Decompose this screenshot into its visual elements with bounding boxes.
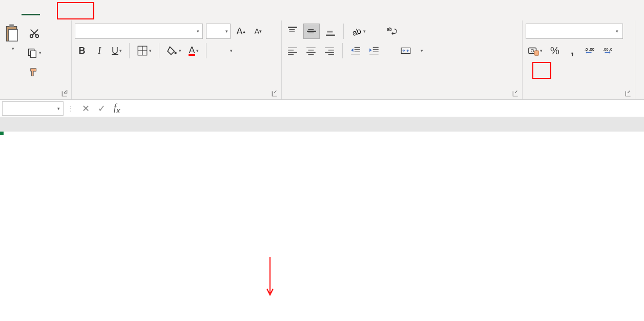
fill-color-button[interactable]: ▾ [164, 43, 183, 58]
svg-text:.0: .0 [609, 47, 612, 52]
decrease-decimal-button[interactable]: .00.0 [601, 43, 616, 58]
indent-icon [368, 45, 380, 56]
orientation-button[interactable]: ab▾ [349, 24, 368, 39]
chevron-down-icon[interactable]: ▾ [421, 48, 423, 53]
launcher-icon [512, 90, 519, 98]
alignment-launcher[interactable] [512, 90, 519, 97]
font-name-select[interactable]: ▾ [75, 24, 203, 39]
align-middle-button[interactable] [303, 24, 320, 39]
comma-button[interactable]: , [565, 43, 579, 58]
border-icon [137, 45, 148, 56]
border-button[interactable]: ▾ [135, 43, 154, 58]
copy-button[interactable]: ▾ [25, 45, 44, 60]
align-center-button[interactable] [303, 43, 319, 58]
accounting-format-button[interactable]: ▾ [526, 43, 545, 58]
align-right-button[interactable] [322, 43, 337, 58]
outdent-icon [350, 45, 361, 56]
wrap-text-button[interactable]: ab [384, 24, 400, 39]
group-clipboard: ▾ ▾ [0, 20, 72, 99]
inc-decimal-icon: .0.00 [585, 45, 596, 56]
number-launcher[interactable] [625, 90, 632, 97]
svg-text:ab: ab [351, 26, 362, 37]
merge-center-button[interactable] [398, 43, 413, 58]
svg-text:.00: .00 [603, 47, 609, 52]
annotation-arrow [265, 257, 275, 298]
fill-handle[interactable] [0, 132, 4, 135]
format-painter-button[interactable] [25, 65, 44, 80]
menu-insert[interactable] [41, 6, 59, 14]
ribbon: ▾ ▾ ▾ ▾ A▴ A▾ B I U▾ ▾ [0, 20, 644, 100]
separator-dots: ⋮ [66, 104, 76, 113]
bold-button[interactable]: B [75, 43, 89, 58]
wrap-icon: ab [386, 26, 398, 37]
menu-page-layout[interactable] [80, 6, 98, 14]
increase-decimal-button[interactable]: .0.00 [583, 43, 598, 58]
chevron-down-icon: ▾ [225, 29, 228, 34]
align-top-icon [287, 26, 298, 37]
launcher-icon [61, 90, 68, 98]
align-center-icon [305, 45, 317, 56]
menu-developer[interactable] [177, 6, 196, 14]
launcher-icon [271, 90, 278, 98]
cancel-formula-button[interactable]: ✕ [82, 103, 90, 114]
italic-button[interactable]: I [92, 43, 107, 58]
align-left-button[interactable] [285, 43, 300, 58]
svg-point-13 [174, 52, 176, 54]
launcher-icon [625, 90, 632, 98]
svg-line-55 [628, 91, 630, 93]
chevron-down-icon: ▾ [12, 46, 14, 51]
font-size-select[interactable]: ▾ [206, 24, 231, 39]
bucket-icon [167, 45, 178, 56]
cut-button[interactable] [25, 26, 44, 41]
svg-line-14 [274, 91, 277, 93]
menu-bar [0, 0, 644, 20]
align-top-button[interactable] [285, 24, 300, 39]
svg-point-49 [531, 49, 534, 52]
percent-button[interactable]: % [548, 43, 562, 58]
group-number: ▾ ▾ % , .0.00 .00.0 [523, 20, 635, 99]
phonetic-button[interactable] [212, 43, 226, 58]
merge-icon [400, 45, 411, 56]
clipboard-launcher[interactable] [61, 90, 68, 97]
menu-view[interactable] [158, 6, 176, 14]
menu-help[interactable] [197, 6, 215, 14]
svg-text:.00: .00 [589, 47, 594, 52]
align-bottom-button[interactable] [323, 24, 338, 39]
group-alignment: ab▾ ab ▾ [282, 20, 523, 99]
svg-rect-1 [9, 24, 14, 27]
increase-indent-button[interactable] [366, 43, 382, 58]
menu-draw[interactable] [60, 6, 79, 14]
number-format-select[interactable]: ▾ [526, 24, 623, 39]
copy-icon [27, 47, 38, 58]
clipboard-icon [3, 24, 22, 44]
align-bottom-icon [325, 26, 336, 37]
insert-function-button[interactable]: fx [114, 102, 120, 115]
svg-rect-50 [534, 51, 539, 55]
enter-formula-button[interactable]: ✓ [98, 103, 106, 114]
menu-home[interactable] [22, 6, 40, 15]
underline-button[interactable]: U▾ [110, 43, 124, 58]
svg-text:ab: ab [387, 27, 392, 32]
name-box[interactable]: ▾ [2, 101, 64, 116]
spreadsheet-grid [0, 117, 644, 132]
align-left-icon [287, 45, 298, 56]
formula-bar: ▾ ⋮ ✕ ✓ fx [0, 100, 644, 117]
svg-rect-8 [30, 51, 36, 57]
decrease-font-button[interactable]: A▾ [251, 24, 265, 39]
group-font: ▾ ▾ A▴ A▾ B I U▾ ▾ ▾ A▾ ▾ [72, 20, 282, 99]
svg-line-9 [64, 91, 67, 93]
currency-icon [528, 45, 539, 56]
align-right-icon [324, 45, 335, 56]
paste-button[interactable]: ▾ [3, 24, 22, 51]
font-color-button[interactable]: A▾ [186, 43, 201, 58]
menu-formulas[interactable] [99, 6, 118, 14]
menu-file[interactable] [2, 6, 20, 14]
menu-data[interactable] [119, 6, 137, 14]
align-middle-icon [306, 26, 317, 37]
menu-review[interactable] [138, 6, 157, 14]
brush-icon [29, 67, 40, 78]
decrease-indent-button[interactable] [348, 43, 363, 58]
chevron-down-icon: ▾ [57, 106, 60, 111]
font-launcher[interactable] [271, 90, 278, 97]
increase-font-button[interactable]: A▴ [234, 24, 248, 39]
